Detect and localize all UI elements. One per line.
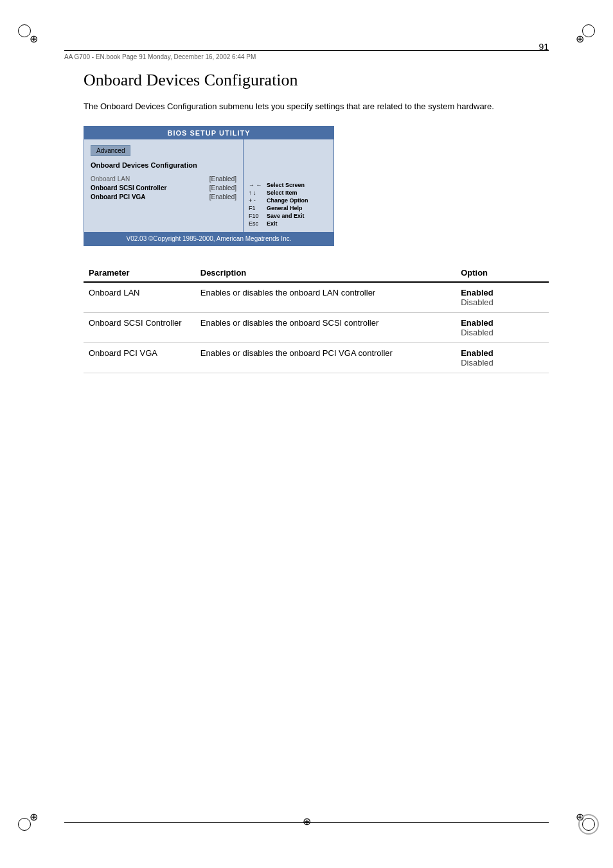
- bios-footer: V02.03 ©Copyright 1985-2000, American Me…: [84, 232, 333, 245]
- reg-mark-bl: [18, 818, 31, 831]
- bios-key-save-exit: F10 Save and Exit: [249, 213, 328, 219]
- option-scsi-enabled: Enabled: [461, 318, 544, 328]
- bios-key-change-option-desc: Change Option: [267, 197, 308, 204]
- bios-item-lan-label: Onboard LAN: [91, 175, 130, 182]
- bios-right-panel: → ← Select Screen ↑ ↓ Select Item + - Ch…: [244, 139, 333, 232]
- bios-item-scsi-value: [Enabled]: [209, 184, 236, 191]
- bios-key-general-help: F1 General Help: [249, 205, 328, 211]
- bios-key-select-item-desc: Select Item: [267, 190, 298, 196]
- bios-item-vga-value: [Enabled]: [209, 193, 236, 200]
- bios-key-arrows-lr: → ←: [249, 182, 267, 188]
- bios-key-esc: Esc: [249, 220, 267, 227]
- option-lan-disabled: Disabled: [461, 297, 544, 307]
- bios-item-vga-label: Onboard PCI VGA: [91, 193, 146, 200]
- table-row: Onboard SCSI Controller Enables or disab…: [84, 312, 549, 342]
- option-scsi: Enabled Disabled: [456, 312, 549, 342]
- bios-tab-advanced[interactable]: Advanced: [91, 145, 130, 156]
- reg-mark-tl: [18, 24, 31, 37]
- bios-menu-title: Onboard Devices Configuration: [91, 161, 236, 169]
- corner-mark-tl: ⊕: [28, 33, 39, 44]
- option-scsi-disabled: Disabled: [461, 328, 544, 337]
- col-header-description: Description: [195, 264, 456, 282]
- bios-item-lan-value: [Enabled]: [209, 175, 236, 182]
- option-vga-disabled: Disabled: [461, 358, 544, 368]
- option-vga: Enabled Disabled: [456, 342, 549, 373]
- param-vga: Onboard PCI VGA: [84, 342, 195, 373]
- desc-scsi: Enables or disables the onboard SCSI con…: [195, 312, 456, 342]
- bios-key-exit: Esc Exit: [249, 220, 328, 227]
- option-lan: Enabled Disabled: [456, 282, 549, 313]
- bios-key-change-option: + - Change Option: [249, 197, 328, 204]
- desc-vga: Enables or disables the onboard PCI VGA …: [195, 342, 456, 373]
- bios-key-plus-minus: + -: [249, 197, 267, 204]
- page-title: Onboard Devices Configuration: [84, 71, 549, 90]
- bios-header: BIOS SETUP UTILITY: [84, 127, 333, 139]
- bios-key-select-screen-desc: Select Screen: [267, 182, 305, 188]
- bios-key-exit-desc: Exit: [267, 220, 278, 227]
- intro-paragraph: The Onboard Devices Configuration submen…: [84, 100, 549, 113]
- header-line: AA G700 - EN.book Page 91 Monday, Decemb…: [64, 50, 549, 60]
- bios-key-save-exit-desc: Save and Exit: [267, 213, 305, 219]
- bios-key-f1: F1: [249, 205, 267, 211]
- bios-left-panel: Advanced Onboard Devices Configuration O…: [84, 139, 244, 232]
- reg-mark-tr: [582, 24, 595, 37]
- table-row: Onboard PCI VGA Enables or disables the …: [84, 342, 549, 373]
- desc-lan: Enables or disables the onboard LAN cont…: [195, 282, 456, 313]
- param-lan: Onboard LAN: [84, 282, 195, 313]
- bios-key-arrows-ud: ↑ ↓: [249, 190, 267, 196]
- bios-setup-box: BIOS SETUP UTILITY Advanced Onboard Devi…: [84, 126, 334, 246]
- corner-mark-bottom-center: ⊕: [301, 816, 312, 826]
- main-content: Onboard Devices Configuration The Onboar…: [84, 71, 549, 373]
- bios-item-vga[interactable]: Onboard PCI VGA [Enabled]: [91, 193, 236, 200]
- bios-item-scsi-label: Onboard SCSI Controller: [91, 184, 166, 191]
- parameter-table: Parameter Description Option Onboard LAN…: [84, 264, 549, 373]
- option-lan-enabled: Enabled: [461, 288, 544, 297]
- col-header-option: Option: [456, 264, 549, 282]
- option-vga-enabled: Enabled: [461, 348, 544, 358]
- bios-key-select-screen: → ← Select Screen: [249, 182, 328, 188]
- bios-key-general-help-desc: General Help: [267, 205, 303, 211]
- bios-item-lan[interactable]: Onboard LAN [Enabled]: [91, 175, 236, 182]
- param-scsi: Onboard SCSI Controller: [84, 312, 195, 342]
- table-header-row: Parameter Description Option: [84, 264, 549, 282]
- reg-mark-br-large: [578, 814, 599, 835]
- table-row: Onboard LAN Enables or disables the onbo…: [84, 282, 549, 313]
- bios-item-scsi[interactable]: Onboard SCSI Controller [Enabled]: [91, 184, 236, 191]
- col-header-parameter: Parameter: [84, 264, 195, 282]
- bios-key-f10: F10: [249, 213, 267, 219]
- bios-key-select-item: ↑ ↓ Select Item: [249, 190, 328, 196]
